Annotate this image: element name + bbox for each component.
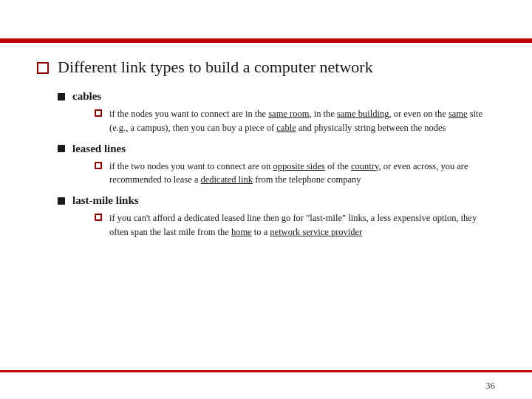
- bottom-bar: [0, 370, 532, 372]
- top-bar: [0, 38, 532, 43]
- level2-item-leased-0: if the two nodes you want to connect are…: [95, 160, 495, 188]
- level1-bullet-icon: [58, 145, 65, 152]
- level1-header-cables: cables: [58, 90, 495, 103]
- list-item-cables: cables if the nodes you want to connect …: [58, 90, 495, 135]
- level2-item-lastmile-0: if you can't afford a dedicated leased l…: [95, 211, 495, 239]
- level1-label-lastmile: last-mile links: [72, 194, 139, 207]
- level1-bullet-icon: [58, 93, 65, 100]
- level2-bullet-icon: [95, 214, 102, 221]
- page-number: 36: [485, 380, 495, 392]
- level2-bullet-icon: [95, 162, 102, 169]
- list-item-last-mile: last-mile links if you can't afford a de…: [58, 194, 495, 239]
- level2-text-lastmile: if you can't afford a dedicated leased l…: [109, 211, 495, 239]
- level1-label-leased: leased lines: [72, 143, 126, 155]
- main-heading: Different link types to build a computer…: [37, 58, 495, 77]
- level1-header-lastmile: last-mile links: [58, 194, 495, 207]
- content-area: Different link types to build a computer…: [37, 50, 495, 362]
- slide: Different link types to build a computer…: [0, 0, 532, 399]
- heading-title: Different link types to build a computer…: [58, 58, 373, 77]
- list-item-leased-lines: leased lines if the two nodes you want t…: [58, 143, 495, 188]
- heading-bullet-icon: [37, 62, 49, 74]
- level1-header-leased: leased lines: [58, 143, 495, 155]
- level2-item-cables-0: if the nodes you want to connect are in …: [95, 107, 495, 135]
- level2-bullet-icon: [95, 109, 102, 117]
- level2-text-leased: if the two nodes you want to connect are…: [109, 160, 495, 188]
- level1-bullet-icon: [58, 197, 65, 205]
- level1-label-cables: cables: [72, 90, 101, 103]
- level2-text-cables: if the nodes you want to connect are in …: [109, 107, 495, 135]
